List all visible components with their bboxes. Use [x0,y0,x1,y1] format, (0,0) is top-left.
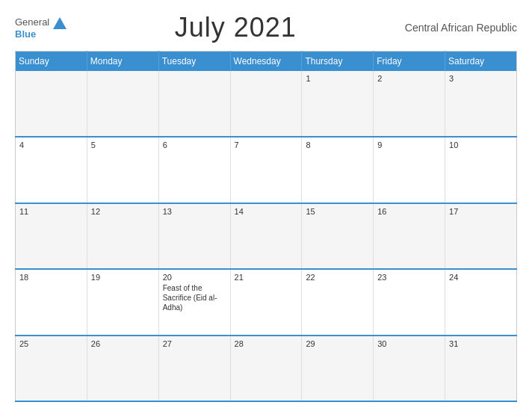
calendar-cell: 5 [87,137,158,203]
day-number: 11 [19,207,83,216]
day-number: 24 [449,273,513,282]
calendar-cell: 25 [16,336,87,401]
day-number: 6 [163,140,226,149]
day-number: 23 [377,273,441,282]
calendar-cell: 23 [374,269,445,335]
day-number: 26 [91,339,155,348]
day-number: 30 [377,339,441,348]
header: General Blue July 2021 Central African R… [15,12,517,43]
calendar-cell: 3 [445,71,517,137]
day-number: 21 [235,273,298,282]
day-number: 14 [235,207,298,216]
country-name: Central African Republic [405,22,517,34]
month-title: July 2021 [175,12,297,43]
day-number: 18 [19,273,83,282]
calendar-cell: 10 [445,137,517,203]
day-number: 20 [163,273,226,282]
day-number: 17 [449,207,513,216]
calendar-cell: 30 [374,336,445,401]
col-monday: Monday [87,52,158,72]
day-number: 29 [306,339,369,348]
day-number: 31 [449,339,513,348]
day-number: 2 [377,74,441,83]
calendar-cell: 26 [87,336,158,401]
calendar-cell: 21 [230,269,302,335]
calendar-cell: 16 [374,203,445,269]
calendar-cell: 9 [374,137,445,203]
day-number: 16 [377,207,441,216]
logo-blue-text: Blue [15,29,36,39]
calendar-cell [230,71,302,137]
day-number: 8 [306,140,369,149]
day-event: Feast of the Sacrifice (Eid al-Adha) [163,284,217,312]
calendar-cell: 1 [302,71,374,137]
col-saturday: Saturday [445,52,517,72]
calendar-cell: 24 [445,269,517,335]
logo-general-text: General [15,17,66,29]
calendar-cell: 6 [158,137,230,203]
calendar-week-row: 25262728293031 [16,336,517,401]
calendar-cell: 17 [445,203,517,269]
calendar-cell: 15 [302,203,374,269]
calendar-cell: 20Feast of the Sacrifice (Eid al-Adha) [158,269,230,335]
calendar-cell: 8 [302,137,374,203]
calendar-cell: 22 [302,269,374,335]
calendar-cell [16,71,87,137]
calendar-week-row: 181920Feast of the Sacrifice (Eid al-Adh… [16,269,517,335]
calendar-cell [87,71,158,137]
calendar-cell: 4 [16,137,87,203]
day-number: 27 [163,339,226,348]
logo: General Blue [15,17,66,39]
day-number: 12 [91,207,155,216]
calendar-cell: 31 [445,336,517,401]
day-number: 7 [235,140,298,149]
calendar-cell: 27 [158,336,230,401]
calendar-week-row: 11121314151617 [16,203,517,269]
calendar-header-row: Sunday Monday Tuesday Wednesday Thursday… [16,52,517,72]
calendar-cell: 2 [374,71,445,137]
page: General Blue July 2021 Central African R… [0,0,532,411]
day-number: 13 [163,207,226,216]
day-number: 9 [377,140,441,149]
day-number: 19 [91,273,155,282]
day-number: 15 [306,207,369,216]
calendar-cell: 29 [302,336,374,401]
col-thursday: Thursday [302,52,374,72]
col-sunday: Sunday [16,52,87,72]
day-number: 22 [306,273,369,282]
calendar-cell: 12 [87,203,158,269]
day-number: 3 [449,74,513,83]
calendar-week-row: 123 [16,71,517,137]
calendar-cell: 14 [230,203,302,269]
day-number: 25 [19,339,83,348]
calendar-table: Sunday Monday Tuesday Wednesday Thursday… [15,51,517,402]
calendar-cell: 28 [230,336,302,401]
calendar-cell [158,71,230,137]
day-number: 4 [19,140,83,149]
day-number: 1 [306,74,369,83]
col-tuesday: Tuesday [158,52,230,72]
day-number: 5 [91,140,155,149]
calendar-cell: 7 [230,137,302,203]
col-wednesday: Wednesday [230,52,302,72]
day-number: 10 [449,140,513,149]
calendar-cell: 11 [16,203,87,269]
col-friday: Friday [374,52,445,72]
calendar-cell: 19 [87,269,158,335]
day-number: 28 [235,339,298,348]
calendar-cell: 13 [158,203,230,269]
calendar-cell: 18 [16,269,87,335]
calendar-week-row: 45678910 [16,137,517,203]
